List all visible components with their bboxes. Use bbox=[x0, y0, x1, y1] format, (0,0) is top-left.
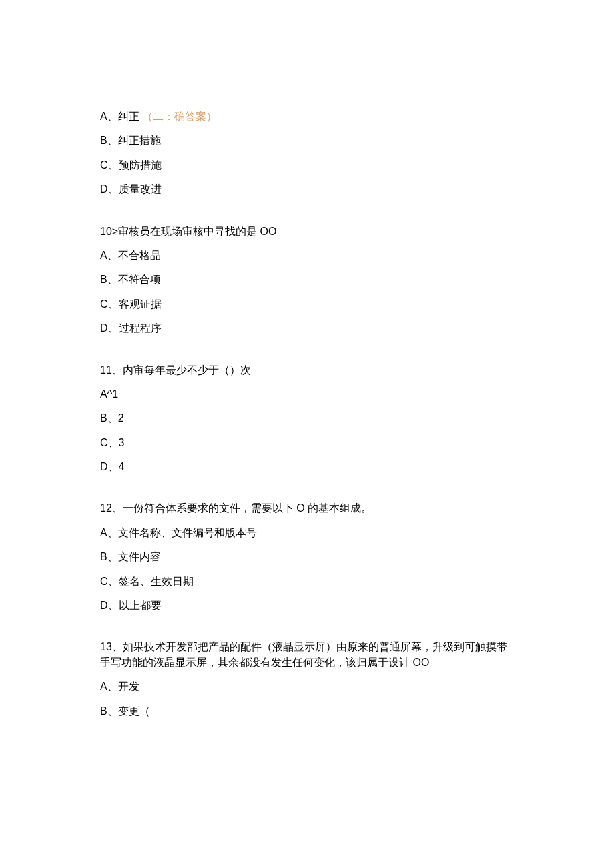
option-b: B、不符合项 bbox=[100, 272, 514, 287]
option-a: A^1 bbox=[100, 387, 514, 402]
option-b: B、文件内容 bbox=[100, 550, 514, 564]
question-12: 12、一份符合体系要求的文件，需要以下 O 的基本组成。 A、文件名称、文件编号… bbox=[100, 501, 514, 613]
option-a: A、纠正 （二：确答案） bbox=[100, 109, 514, 124]
option-a: A、不合格品 bbox=[100, 248, 514, 263]
document-page: A、纠正 （二：确答案） B、纠正措施 C、预防措施 D、质量改进 10>审核员… bbox=[0, 0, 614, 865]
question-block-partial: A、纠正 （二：确答案） B、纠正措施 C、预防措施 D、质量改进 bbox=[100, 109, 514, 197]
option-b: B、2 bbox=[100, 411, 514, 426]
question-stem: 10>审核员在现场审核中寻找的是 OO bbox=[100, 224, 514, 239]
option-d: D、过程程序 bbox=[100, 321, 514, 336]
option-c: C、预防措施 bbox=[100, 158, 514, 173]
option-d: D、4 bbox=[100, 460, 514, 474]
question-10: 10>审核员在现场审核中寻找的是 OO A、不合格品 B、不符合项 C、客观证据… bbox=[100, 224, 514, 336]
option-c: C、客观证据 bbox=[100, 297, 514, 312]
option-a: A、开发 bbox=[100, 679, 514, 694]
question-13: 13、如果技术开发部把产品的配件（液晶显示屏）由原来的普通屏幕，升级到可触摸带手… bbox=[100, 640, 514, 719]
option-a-text: A、纠正 bbox=[100, 111, 142, 122]
answer-note: （二：确答案） bbox=[142, 111, 217, 122]
option-c: C、签名、生效日期 bbox=[100, 574, 514, 589]
question-stem: 13、如果技术开发部把产品的配件（液晶显示屏）由原来的普通屏幕，升级到可触摸带手… bbox=[100, 640, 514, 670]
question-stem: 11、内审每年最少不少于（）次 bbox=[100, 363, 514, 378]
option-b: B、纠正措施 bbox=[100, 133, 514, 148]
option-c: C、3 bbox=[100, 436, 514, 450]
option-b: B、变更（ bbox=[100, 704, 514, 719]
option-d: D、质量改进 bbox=[100, 182, 514, 197]
question-stem: 12、一份符合体系要求的文件，需要以下 O 的基本组成。 bbox=[100, 501, 514, 516]
option-a: A、文件名称、文件编号和版本号 bbox=[100, 526, 514, 540]
option-d: D、以上都要 bbox=[100, 598, 514, 613]
question-11: 11、内审每年最少不少于（）次 A^1 B、2 C、3 D、4 bbox=[100, 363, 514, 475]
